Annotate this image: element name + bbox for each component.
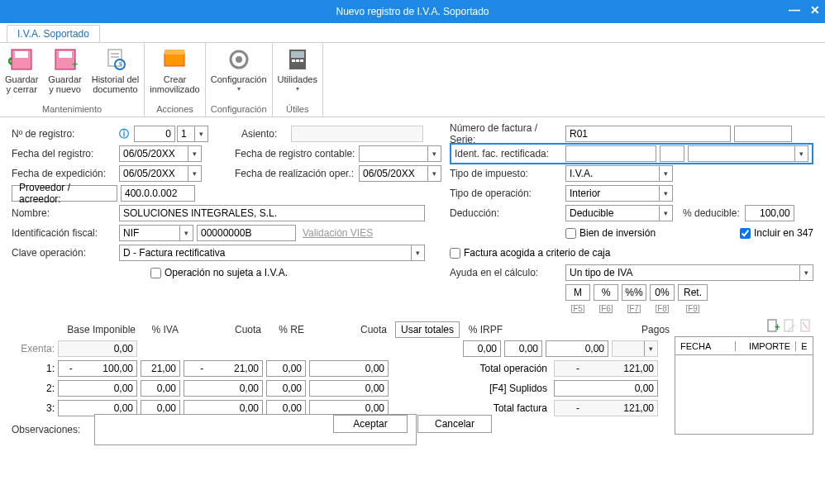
svg-rect-15: [292, 59, 295, 62]
fecha-exp-label: Fecha de expedición:: [12, 168, 119, 179]
nombre-input[interactable]: [119, 205, 425, 221]
svg-point-12: [236, 56, 242, 63]
crear-inmovilizado-button[interactable]: Crear inmovilizado: [145, 43, 205, 103]
pagos-header-importe: IMPORTE: [736, 341, 796, 351]
pct-deducible-input[interactable]: [745, 205, 794, 221]
deduccion-select[interactable]: Deducible▾: [565, 205, 673, 221]
svg-rect-3: [59, 51, 72, 58]
r1-base[interactable]: [58, 360, 137, 377]
fecha-exp-input[interactable]: 06/05/20XX▾: [119, 165, 202, 182]
asiento-label: Asiento:: [241, 128, 291, 140]
minimize-icon[interactable]: —: [789, 3, 800, 17]
total-operacion: [554, 360, 658, 377]
ident-rectificada-box: Ident. fac. rectificada: ▾: [450, 143, 813, 164]
irpf-select: ▾: [612, 340, 658, 357]
fecha-realizacion-input[interactable]: 06/05/20XX▾: [359, 165, 441, 182]
close-icon[interactable]: ✕: [810, 3, 820, 17]
tab-row: I.V.A. Soportado: [0, 23, 825, 43]
clave-op-label: Clave operación:: [12, 247, 119, 259]
pagos-header-fecha: FECHA: [675, 341, 736, 351]
calc-m-button[interactable]: M: [565, 284, 590, 301]
svg-rect-1: [15, 51, 28, 58]
save-close-button[interactable]: Guardar y cerrar: [0, 43, 43, 103]
fecha-realizacion-label: Fecha de realización oper.:: [235, 168, 359, 179]
n-registro-label: Nº de registro:: [12, 128, 119, 140]
irpf-3[interactable]: [546, 340, 608, 357]
total-factura: [554, 400, 658, 416]
calc-pct-button[interactable]: %: [594, 284, 618, 301]
fecha-reg-contable-label: Fecha de registro contable:: [235, 148, 359, 159]
add-page-icon[interactable]: +: [766, 319, 780, 332]
validacion-vies-link[interactable]: Validación VIES: [303, 227, 373, 239]
r2-base[interactable]: [58, 380, 137, 397]
svg-text:+: +: [72, 59, 78, 70]
fecha-registro-input[interactable]: 06/05/20XX▾: [119, 145, 202, 162]
svg-line-21: [788, 325, 794, 331]
svg-rect-20: [784, 320, 793, 331]
num-factura-input[interactable]: [565, 126, 731, 142]
r1-cuota2[interactable]: [309, 360, 389, 377]
svg-rect-14: [291, 51, 304, 58]
svg-line-23: [803, 322, 808, 329]
tipo-operacion-select[interactable]: Interior▾: [565, 185, 673, 202]
history-button[interactable]: Historial del documento: [87, 43, 144, 103]
svg-text:+: +: [775, 321, 780, 332]
ayuda-calc-label: Ayuda en el cálculo:: [450, 267, 565, 278]
usar-totales-button[interactable]: Usar totales: [395, 321, 460, 338]
r2-pctiva[interactable]: [141, 380, 180, 397]
fecha-reg-contable-input[interactable]: ▾: [359, 145, 441, 162]
r1-pctiva[interactable]: [141, 360, 180, 377]
calc-ret-button[interactable]: Ret.: [678, 284, 708, 301]
aceptar-button[interactable]: Aceptar: [333, 415, 408, 433]
asiento-input: [291, 126, 423, 142]
n-registro-input[interactable]: [134, 126, 175, 142]
cancelar-button[interactable]: Cancelar: [417, 415, 492, 433]
tipo-operacion-label: Tipo de operación:: [450, 188, 565, 199]
svg-rect-17: [300, 59, 303, 62]
nombre-label: Nombre:: [12, 207, 119, 219]
info-icon[interactable]: ⓘ: [119, 127, 129, 141]
tipo-impuesto-label: Tipo de impuesto:: [450, 168, 565, 179]
title-bar: Nuevo registro de I.V.A. Soportado — ✕: [0, 0, 825, 23]
bien-inversion-checkbox[interactable]: Bien de inversión: [565, 227, 656, 239]
proveedor-button[interactable]: Proveedor / acreedor:: [12, 185, 117, 202]
r1-cuota[interactable]: [184, 360, 263, 377]
deduccion-label: Deducción:: [450, 207, 565, 219]
pagos-header-e: E: [796, 341, 813, 351]
r2-pctre[interactable]: [266, 380, 306, 397]
r1-pctre[interactable]: [266, 360, 306, 377]
calc-zero-button[interactable]: 0%: [650, 284, 675, 301]
ident-rect-select[interactable]: ▾: [688, 145, 808, 162]
ident-rect-input-1[interactable]: [565, 145, 656, 162]
ident-fiscal-label: Identificación fiscal:: [12, 227, 119, 239]
ribbon: Guardar y cerrar + Guardar y nuevo Histo…: [0, 43, 825, 117]
configuracion-button[interactable]: Configuración: [206, 43, 272, 103]
svg-rect-9: [165, 53, 184, 66]
window-title: Nuevo registro de I.V.A. Soportado: [336, 6, 489, 17]
clave-op-select[interactable]: D - Factura rectificativa▾: [119, 245, 425, 261]
incluir-347-checkbox[interactable]: Incluir en 347: [740, 227, 813, 239]
irpf-1[interactable]: [463, 340, 501, 357]
tipo-impuesto-select[interactable]: I.V.A.▾: [565, 165, 673, 182]
r2-cuota2[interactable]: [309, 380, 389, 397]
svg-rect-16: [296, 59, 299, 62]
save-new-button[interactable]: + Guardar y nuevo: [43, 43, 86, 103]
r2-cuota[interactable]: [184, 380, 263, 397]
delete-page-icon: [799, 319, 813, 332]
ayuda-calc-select[interactable]: Un tipo de IVA▾: [565, 264, 813, 281]
ident-fiscal-tipo-select[interactable]: NIF▾: [119, 225, 193, 241]
num-factura-serie-input[interactable]: [734, 126, 792, 142]
calc-pctpct-button[interactable]: %%: [622, 284, 646, 301]
factura-caja-checkbox[interactable]: Factura acogida a criterio de caja: [450, 247, 610, 259]
tab-iva-soportado[interactable]: I.V.A. Soportado: [7, 25, 100, 42]
suplidos[interactable]: [554, 380, 658, 397]
n-registro-serie-select[interactable]: 1▾: [177, 126, 208, 142]
ident-fiscal-input[interactable]: [197, 225, 296, 241]
ident-rect-input-2[interactable]: [660, 145, 684, 162]
proveedor-input[interactable]: [121, 185, 195, 202]
svg-rect-10: [165, 50, 184, 55]
exenta-base: [58, 340, 137, 357]
irpf-2[interactable]: [504, 340, 542, 357]
utilidades-button[interactable]: Utilidades: [273, 43, 322, 103]
op-no-sujeta-checkbox[interactable]: Operación no sujeta a I.V.A.: [150, 267, 288, 278]
